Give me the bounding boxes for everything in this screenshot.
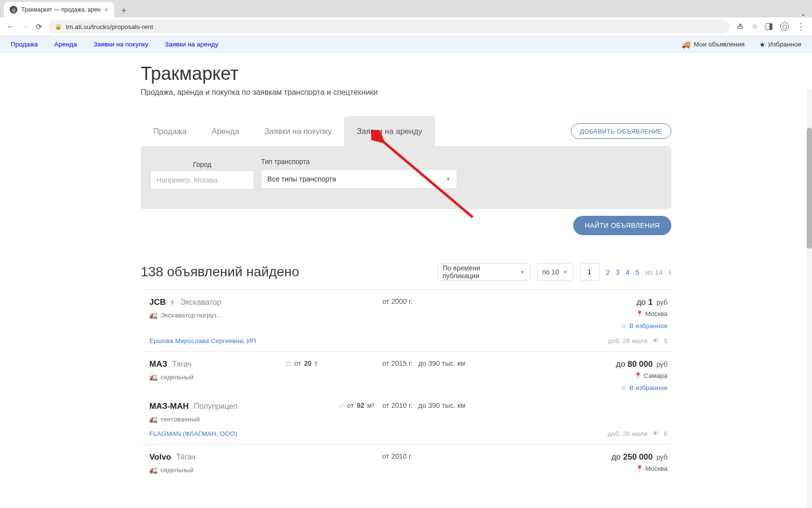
browser-tabbar: ◎ Тракмаркет — продажа, арен × + ⌄ xyxy=(0,0,812,17)
page-link-2[interactable]: 2 xyxy=(606,268,610,276)
listing-price: до 1 руб xyxy=(489,298,667,307)
listing-price: до 250 000 руб xyxy=(489,452,667,462)
listing-brand: Volvo xyxy=(149,452,171,462)
star-outline-icon: ☆ xyxy=(621,322,627,329)
nav-my-ads[interactable]: 🚚 Мои объявления xyxy=(682,40,744,49)
back-button[interactable]: ← xyxy=(7,22,14,31)
scrollbar-thumb[interactable] xyxy=(807,128,812,249)
listing-views: 6 xyxy=(664,430,667,437)
listing-body: тентованный xyxy=(160,416,200,423)
add-to-favorites[interactable]: ☆ В избранное xyxy=(621,384,667,391)
listing-brand: JCB xyxy=(149,298,166,307)
find-listings-button[interactable]: НАЙТИ ОБЪЯВЛЕНИЯ xyxy=(573,216,671,235)
pin-icon: 📍 xyxy=(636,310,643,317)
nav-sale[interactable]: Продажа xyxy=(11,41,38,48)
listing-kind: Полуприцеп xyxy=(194,402,237,410)
page-subtitle: Продажа, аренда и покупка по заявкам тра… xyxy=(141,88,671,97)
listing-owner[interactable]: Ершова Мирослава Сергеевна, ИП xyxy=(149,337,256,344)
url-text: tm.ati.su/trucks/proposals-rent xyxy=(66,23,153,30)
forward-button[interactable]: → xyxy=(21,22,29,31)
page-next-button[interactable]: › xyxy=(668,267,671,277)
listing-added: доб. 26 июля xyxy=(608,337,648,344)
filter-city-field: Город xyxy=(155,161,249,190)
page-scroll[interactable]: Тракмаркет Продажа, аренда и покупка по … xyxy=(0,53,812,508)
filter-panel: Город Тип транспорта Все типы транспорта… xyxy=(141,146,671,209)
panels-icon[interactable] xyxy=(766,23,772,30)
truck-icon: 🚛 xyxy=(149,373,158,381)
chevron-down-icon: ▼ xyxy=(446,176,451,182)
results-count: 138 объявлений найдено xyxy=(141,264,299,280)
tab-rent[interactable]: Аренда xyxy=(199,116,252,146)
nav-buy-req[interactable]: Заявки на покупку xyxy=(93,41,148,48)
eye-icon: 👁 xyxy=(652,430,659,437)
listing-mileage: до 390 тыс. км xyxy=(418,359,465,367)
filter-city-label: Город xyxy=(193,161,212,168)
listing-added: доб. 28 июля xyxy=(608,430,648,437)
listing-row[interactable]: МАЗ Тягач 🚛 седельный ⚖ от 20 т xyxy=(141,351,671,444)
upload-icon: ⬆ xyxy=(170,299,175,306)
tab-buy-requests[interactable]: Заявки на покупку xyxy=(252,116,344,146)
truck-icon: 🚛 xyxy=(149,415,158,423)
reload-button[interactable]: ⟳ xyxy=(36,22,42,31)
per-page-select[interactable]: по 10 ▼ xyxy=(537,263,573,281)
profile-icon[interactable] xyxy=(780,22,789,31)
results-header: 138 объявлений найдено По времени публик… xyxy=(141,261,671,283)
pagination: 2 3 4 5 из 14 › xyxy=(606,267,671,277)
page-title: Тракмаркет xyxy=(141,63,671,84)
nav-my-ads-label: Мои объявления xyxy=(694,41,744,48)
star-icon: ★ xyxy=(759,41,766,48)
eye-icon: 👁 xyxy=(652,337,659,344)
add-to-favorites[interactable]: ☆ В избранное xyxy=(621,322,667,329)
close-icon[interactable]: × xyxy=(104,6,108,14)
listing-year: от 2015 г. xyxy=(382,359,412,367)
nav-rent[interactable]: Аренда xyxy=(54,41,77,48)
tab-title: Тракмаркет — продажа, арен xyxy=(21,6,101,13)
bookmark-star-icon[interactable]: ☆ xyxy=(752,22,758,31)
browser-tab[interactable]: ◎ Тракмаркет — продажа, арен × xyxy=(4,2,114,17)
page-of-label: из 14 xyxy=(645,268,663,276)
filter-city-input[interactable] xyxy=(150,170,254,190)
pin-icon: 📍 xyxy=(634,372,642,379)
listing-price: до 80 000 руб xyxy=(489,359,667,369)
star-outline-icon: ☆ xyxy=(621,384,627,391)
page-link-3[interactable]: 3 xyxy=(616,268,620,276)
truck-icon: 🚚 xyxy=(682,40,691,49)
listing-city: 📍 Москва xyxy=(636,310,667,317)
listing-row[interactable]: JCB ⬆ Экскаватор 🚛 Экскаватор-погруз… от… xyxy=(141,289,671,351)
tab-sale[interactable]: Продажа xyxy=(141,116,199,146)
lock-icon: 🔒 xyxy=(55,23,62,30)
page-link-5[interactable]: 5 xyxy=(636,268,639,276)
url-box[interactable]: 🔒 tm.ati.su/trucks/proposals-rent xyxy=(49,20,730,33)
per-page-value: по 10 xyxy=(542,268,559,276)
listing-kind: Тягач xyxy=(173,360,192,368)
filter-type-value: Все типы транспорта xyxy=(267,175,336,183)
sort-select[interactable]: По времени публикации ▼ xyxy=(437,263,530,281)
pin-icon: 📍 xyxy=(636,465,643,472)
tab-rent-requests[interactable]: Заявки на аренду xyxy=(344,116,435,146)
share-icon[interactable] xyxy=(737,22,744,31)
listing-brand: МАЗ-МАН xyxy=(149,402,188,411)
page-link-4[interactable]: 4 xyxy=(625,268,629,276)
weight-icon: ⚖ xyxy=(286,360,291,367)
site-nav: Продажа Аренда Заявки на покупку Заявки … xyxy=(0,36,812,53)
filter-type-field: Тип транспорта Все типы транспорта ▼ xyxy=(261,158,457,190)
new-tab-button[interactable]: + xyxy=(117,4,130,17)
page-number-input[interactable] xyxy=(580,263,599,281)
listing-year: от 2010 г. xyxy=(382,452,412,460)
add-listing-button[interactable]: ДОБАВИТЬ ОБЪЯВЛЕНИЕ xyxy=(571,123,671,139)
listing-kind: Экскаватор xyxy=(180,298,221,306)
nav-favorites[interactable]: ★ Избранное xyxy=(759,41,801,48)
listing-kind: Тягач xyxy=(176,453,195,461)
volume-icon: ⤢ xyxy=(339,402,344,409)
filter-type-select[interactable]: Все типы транспорта ▼ xyxy=(261,169,457,189)
sort-value: По времени публикации xyxy=(443,264,516,280)
nav-rent-req[interactable]: Заявки на аренду xyxy=(165,41,218,48)
tabs-overflow-icon[interactable]: ⌄ xyxy=(800,10,806,17)
listing-mileage: до 390 тыс. км xyxy=(418,402,465,409)
listing-city: 📍 Москва xyxy=(636,465,667,472)
truck-icon: 🚛 xyxy=(149,466,158,474)
listing-row[interactable]: Volvo Тягач 🚛 седельный от 2010 г. до xyxy=(141,444,671,480)
listing-city: 📍 Самара xyxy=(634,372,667,379)
listing-owner[interactable]: FLAGMAN (ФЛАГМАН, ООО) xyxy=(149,430,237,437)
menu-icon[interactable]: ⋮ xyxy=(797,21,805,32)
